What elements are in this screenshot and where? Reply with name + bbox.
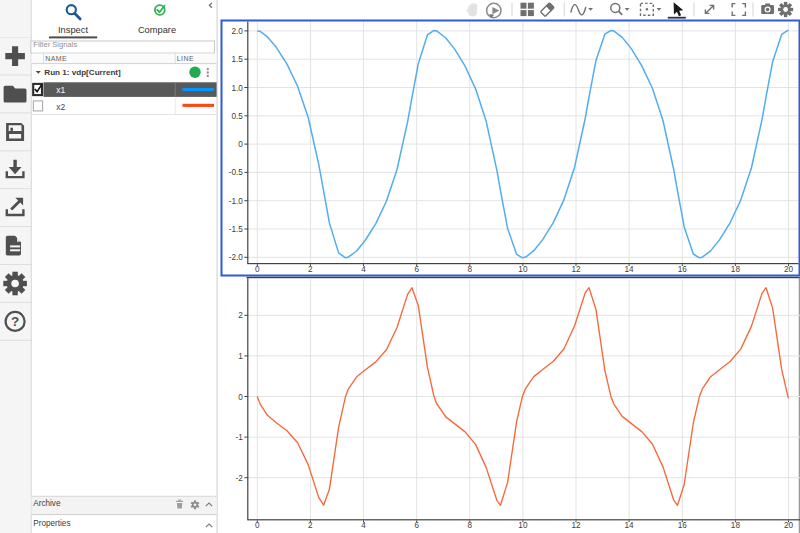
svg-text:-1: -1 [236, 433, 244, 442]
svg-text:-1.5: -1.5 [229, 225, 244, 234]
svg-text:NAME: NAME [45, 55, 67, 62]
svg-text:0.5: 0.5 [231, 112, 243, 121]
svg-text:12: 12 [571, 521, 581, 530]
svg-text:-0.5: -0.5 [229, 168, 244, 177]
svg-text:Run 1: vdp[Current]: Run 1: vdp[Current] [44, 68, 121, 77]
svg-text:16: 16 [678, 265, 688, 274]
svg-text:4: 4 [361, 521, 366, 530]
svg-text:x1: x1 [56, 85, 65, 95]
svg-text:4: 4 [361, 265, 366, 274]
svg-text:1.5: 1.5 [231, 55, 243, 64]
svg-text:16: 16 [678, 521, 688, 530]
svg-text:20: 20 [784, 265, 794, 274]
svg-text:14: 14 [625, 521, 635, 530]
svg-text:-2.0: -2.0 [229, 253, 244, 262]
svg-text:-1.0: -1.0 [229, 197, 244, 206]
svg-text:6: 6 [414, 521, 419, 530]
svg-text:0: 0 [238, 393, 243, 402]
svg-text:2: 2 [308, 521, 313, 530]
svg-text:1: 1 [238, 352, 243, 361]
svg-text:8: 8 [468, 265, 473, 274]
svg-text:10: 10 [518, 265, 528, 274]
svg-text:12: 12 [571, 265, 581, 274]
svg-text:0: 0 [255, 265, 260, 274]
svg-text:-2: -2 [236, 474, 244, 483]
svg-text:0: 0 [255, 521, 260, 530]
svg-text:18: 18 [731, 521, 741, 530]
svg-text:2.0: 2.0 [231, 27, 243, 36]
svg-text:LINE: LINE [177, 55, 194, 62]
svg-text:18: 18 [731, 265, 741, 274]
svg-text:10: 10 [518, 521, 528, 530]
svg-text:2: 2 [238, 311, 243, 320]
svg-text:8: 8 [468, 521, 473, 530]
svg-text:Archive: Archive [33, 499, 61, 508]
svg-text:6: 6 [414, 265, 419, 274]
svg-text:Inspect: Inspect [58, 25, 88, 35]
svg-text:2: 2 [308, 265, 313, 274]
svg-text:1.0: 1.0 [231, 84, 243, 93]
svg-text:Filter Signals: Filter Signals [33, 40, 77, 49]
svg-text:Properties: Properties [33, 519, 70, 528]
svg-text:?: ? [11, 314, 19, 329]
svg-text:x2: x2 [56, 102, 65, 112]
svg-text:14: 14 [625, 265, 635, 274]
svg-text:Compare: Compare [138, 25, 176, 35]
svg-text:20: 20 [784, 521, 794, 530]
svg-text:0: 0 [238, 140, 243, 149]
